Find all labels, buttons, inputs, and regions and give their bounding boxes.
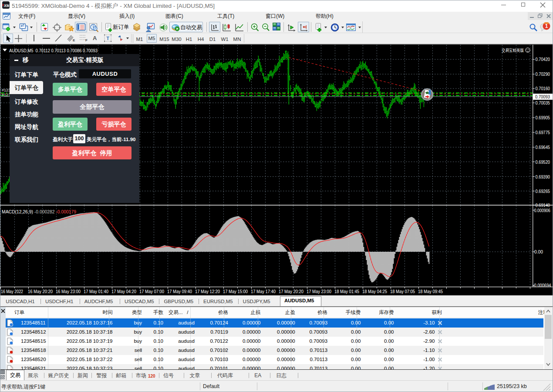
svg-text:MACD(12,26,9) -0.000282 -0.000: MACD(12,26,9) -0.000282 -0.000179 [2, 209, 76, 214]
svg-text:0.69520: 0.69520 [536, 159, 550, 165]
svg-text:0.70093: 0.70093 [535, 94, 550, 99]
svg-text:0.70160: 0.70160 [536, 86, 550, 91]
svg-text:17 May 17:40: 17 May 17:40 [251, 289, 276, 294]
svg-text:16 May 23:00: 16 May 23:00 [56, 289, 81, 294]
svg-text:F: F [85, 38, 88, 42]
svg-text:交易宝精英版: 交易宝精英版 [502, 48, 524, 53]
svg-text:0.69140: 0.69140 [536, 203, 550, 208]
svg-text:0.00: 0.00 [534, 249, 543, 254]
svg-text:17 May 07:00: 17 May 07:00 [139, 289, 164, 294]
svg-text:0.69265: 0.69265 [536, 189, 550, 194]
svg-text:16 May 20:20: 16 May 20:20 [28, 289, 53, 294]
svg-text:0.69390: 0.69390 [536, 174, 550, 179]
svg-text:XM: XM [3, 3, 9, 7]
svg-text:17 May 12:20: 17 May 12:20 [195, 289, 220, 294]
svg-text:18 May 01:45: 18 May 01:45 [334, 289, 359, 294]
svg-text:T: T [106, 36, 109, 41]
svg-text:0.70420: 0.70420 [536, 57, 550, 62]
svg-text:0.70290: 0.70290 [536, 71, 550, 77]
svg-text:17 May 09:40: 17 May 09:40 [167, 289, 192, 294]
svg-text:0.69905: 0.69905 [536, 115, 550, 120]
svg-text:18 May 04:25: 18 May 04:25 [362, 289, 387, 294]
svg-text:0.70035: 0.70035 [536, 100, 550, 105]
svg-text:E: E [73, 38, 75, 42]
svg-text:17 May 04:20: 17 May 04:20 [111, 289, 136, 294]
svg-text:1: 1 [545, 23, 548, 29]
svg-text:18 May 09:45: 18 May 09:45 [418, 289, 443, 294]
svg-text:17 May 20:20: 17 May 20:20 [279, 289, 303, 294]
svg-text:0.000906: 0.000906 [534, 208, 550, 213]
svg-text:17 May 01:40: 17 May 01:40 [84, 289, 108, 294]
svg-text:AUDUSD,M5 0.70112 0.70113 0.7: AUDUSD,M5 0.70112 0.70113 0.70086 0.7009… [9, 48, 98, 53]
svg-text:0.69645: 0.69645 [536, 145, 550, 150]
svg-text:16 May 2022: 16 May 2022 [1, 289, 23, 294]
svg-text:0.69775: 0.69775 [536, 130, 550, 135]
svg-text:-0.000694: -0.000694 [533, 283, 551, 288]
svg-text:18 May 07:05: 18 May 07:05 [390, 289, 415, 294]
svg-text:17 May 15:00: 17 May 15:00 [223, 289, 248, 294]
svg-text:17 May 23:00: 17 May 23:00 [307, 289, 331, 294]
